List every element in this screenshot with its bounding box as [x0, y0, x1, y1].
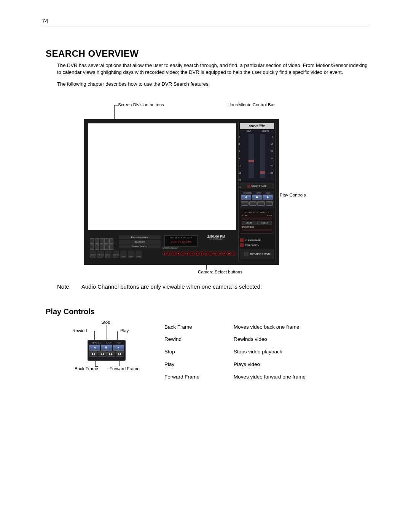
stop-button-detail[interactable]: [101, 345, 112, 351]
forward-fast-button-detail[interactable]: [107, 351, 115, 357]
bookmark-button[interactable]: Bookmark: [119, 240, 161, 244]
recording-status-button[interactable]: Recording status: [119, 235, 161, 239]
forward-button[interactable]: [257, 201, 265, 206]
table-row: PlayPlays video: [164, 359, 368, 371]
video-display-area: [88, 123, 236, 230]
label-play: Play: [120, 328, 129, 333]
subsection-title: Play Controls: [46, 307, 411, 316]
camera-button[interactable]: 3: [172, 251, 176, 256]
callout-camera-select: Camera Select buttons: [198, 270, 242, 274]
current-datetime-display: 2:50:00 PM 4/10/2009 Fri: [199, 235, 234, 240]
note-block: Note Audio Channel buttons are only view…: [57, 283, 369, 290]
camera-button[interactable]: 1: [162, 251, 167, 256]
toolbar-icon[interactable]: SAVE: [120, 251, 127, 258]
label-forward-frame: Forward Frame: [110, 366, 140, 371]
stop-button[interactable]: [252, 195, 262, 200]
status-buttons[interactable]: Recording status Bookmark Motion Search: [119, 235, 161, 249]
play-button-detail[interactable]: [113, 345, 124, 351]
table-row: StopStops video playback: [164, 347, 368, 359]
dvr-window: Recording status Bookmark Motion Search …: [84, 119, 279, 265]
callout-screen-division: Screen Division buttons: [118, 102, 164, 107]
toolbar-icon[interactable]: OBJECT Search: [90, 251, 96, 258]
hour-minute-control[interactable]: HOUR MINUTE 036912151821 01020304050: [240, 130, 274, 182]
camera-button[interactable]: 16: [231, 251, 236, 256]
note-text: Audio Channel buttons are only viewable …: [81, 283, 262, 290]
reverse-button[interactable]: [241, 195, 251, 200]
toolbar-icon[interactable]: OPEN: [135, 251, 142, 258]
page-number: 74: [42, 18, 48, 24]
clean-image-button[interactable]: CLEAN IMAGE: [240, 238, 274, 242]
camera-select-buttons[interactable]: 12345678910111213141516: [162, 250, 236, 257]
rewind-fast-button-detail[interactable]: [98, 351, 106, 357]
playback-datetime-fields[interactable]: TIME MONTH DAY YEAR 14:50 04 10 2009: [164, 235, 198, 247]
play-controls-table: Back FrameMoves video back one frameRewi…: [164, 321, 369, 385]
forward-frame-button[interactable]: [266, 201, 273, 206]
header-rule: 74: [42, 19, 369, 27]
camera-button[interactable]: 10: [204, 251, 208, 256]
intro-paragraph-1: The DVR has several options that allow t…: [57, 62, 369, 75]
play-controls-diagram: Stop Rewind Play Back Frame Forward Fram…: [57, 320, 148, 385]
camera-button[interactable]: 15: [227, 251, 231, 256]
intro-paragraph-2: The following chapter describes how to u…: [57, 81, 369, 88]
camera-button[interactable]: 2: [167, 251, 171, 256]
toolbar-icon[interactable]: GRAPHIC Search: [113, 251, 119, 258]
callout-hour-minute: Hour/Minute Control Bar: [228, 102, 275, 107]
camera-button[interactable]: 9: [199, 251, 204, 256]
label-back-frame: Back Frame: [75, 366, 98, 371]
screen-division-row-1[interactable]: [90, 238, 113, 244]
bottom-toolbar[interactable]: OBJECT SearchPREVIEW SearchINDEX SearchG…: [90, 251, 151, 258]
back-frame-button-detail[interactable]: [89, 351, 97, 357]
camera-button[interactable]: 5: [181, 251, 185, 256]
camera-button[interactable]: 4: [176, 251, 180, 256]
label-rewind: Rewind: [72, 328, 87, 333]
camera-button[interactable]: 8: [194, 251, 199, 256]
table-row: Back FrameMoves video back one frame: [164, 322, 368, 334]
toolbar-icon[interactable]: PRINT: [128, 251, 134, 258]
table-row: Forward FrameMoves video forward one fra…: [164, 372, 368, 384]
play-button[interactable]: [263, 195, 273, 200]
zoom-button[interactable]: ZOOM: [242, 221, 256, 225]
play-controls-panel: REVERSE STOP PLAY: [240, 191, 274, 208]
advanced-controls-panel: ADVANCED CONTROLS SLOWFAST ZOOM RESET BR…: [240, 210, 274, 234]
rewind-button[interactable]: [249, 201, 257, 206]
time-synch-button[interactable]: TIME SYNCH: [240, 243, 274, 247]
camera-button[interactable]: 6: [185, 251, 190, 256]
return-to-main-button[interactable]: RETURN TO MAIN: [240, 249, 274, 259]
reset-button[interactable]: RESET: [257, 221, 272, 225]
brightness-slider[interactable]: [242, 229, 272, 231]
camera-button[interactable]: 7: [190, 251, 194, 256]
dvr-diagram: Screen Division buttons Hour/Minute Cont…: [57, 101, 369, 276]
screen-division-row-2[interactable]: [90, 244, 113, 250]
camera-select-label: CAMERA SELECT: [162, 247, 178, 249]
callout-play-controls: Play Controls: [280, 193, 306, 197]
camera-button[interactable]: 12: [213, 251, 217, 256]
table-row: RewindRewinds video: [164, 334, 368, 346]
toolbar-icon[interactable]: PREVIEW Search: [97, 251, 104, 258]
label-stop: Stop: [101, 320, 110, 324]
camera-button[interactable]: 13: [218, 251, 222, 256]
dvr-bottom-bar: Recording status Bookmark Motion Search …: [88, 233, 237, 260]
camera-button[interactable]: 11: [209, 251, 213, 256]
back-frame-button[interactable]: [241, 201, 249, 206]
side-panel-footer: CLEAN IMAGE TIME SYNCH RETURN TO MAIN: [240, 237, 274, 259]
forward-frame-button-detail[interactable]: [116, 351, 124, 357]
motion-search-button[interactable]: Motion Search: [119, 244, 161, 248]
brand-logo: surveillix: [240, 123, 274, 129]
play-controls-panel-detail: REVERSE STOP PLAY: [88, 340, 126, 361]
speed-slider[interactable]: [242, 217, 272, 220]
section-title: SEARCH OVERVIEW: [46, 48, 411, 59]
note-label: Note: [57, 283, 69, 290]
toolbar-icon[interactable]: INDEX Search: [105, 251, 112, 258]
side-panel: surveillix HOUR MINUTE 036912151821 0102…: [238, 122, 276, 262]
camera-button[interactable]: 14: [222, 251, 226, 256]
rewind-button-detail[interactable]: [89, 345, 100, 351]
